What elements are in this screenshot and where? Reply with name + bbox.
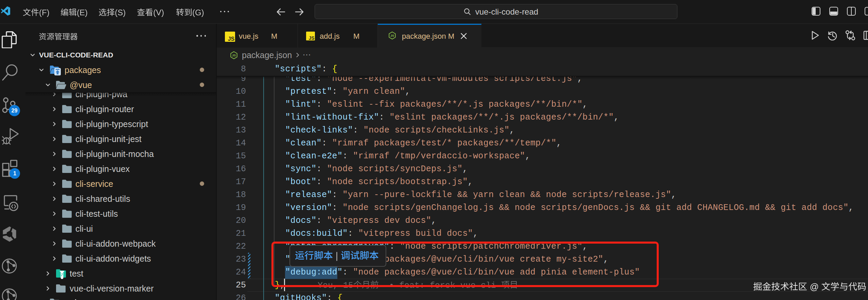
svg-text:JS: JS	[228, 36, 234, 42]
svg-text:JS: JS	[232, 54, 236, 57]
svg-text:JS: JS	[390, 34, 394, 37]
svg-text:JS: JS	[308, 35, 314, 40]
